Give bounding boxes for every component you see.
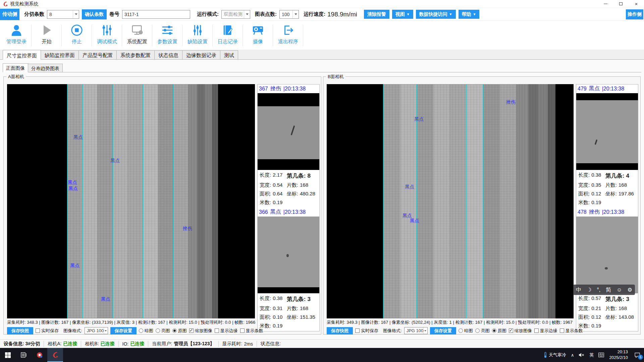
start-button[interactable] [0, 348, 16, 362]
system-config-button[interactable]: 系统配置 [122, 21, 152, 50]
tab-product-model-config[interactable]: 产品型号配置 [78, 50, 117, 59]
confirm-count-button[interactable]: 确认条数 [82, 9, 107, 19]
taskbar-clock[interactable]: 20:13 2025/2/10 [606, 349, 631, 361]
defect-thumbnail[interactable] [576, 93, 638, 170]
tab-test[interactable]: 测试 [220, 50, 238, 59]
camera-a-image[interactable]: 黑点黑点黑点黑点挫伤黑点黑点 [7, 84, 255, 318]
image-format-select[interactable]: JPG 100 [85, 327, 108, 334]
defect-header: 478 挫伤 |20:13:38 [576, 208, 638, 217]
camera-b-image[interactable]: 挫伤黑点黑点黑点黑点 [327, 84, 574, 318]
notification-center-button[interactable]: 6 [631, 352, 644, 358]
ime-chinese-mode[interactable]: 中 [576, 287, 581, 293]
defect-no: 367 [259, 86, 268, 92]
ime-emoji-icon[interactable]: ☺ [616, 287, 622, 293]
connection-status: 已连接 [63, 341, 77, 347]
maximize-button[interactable] [613, 0, 629, 8]
chevron-down-icon [244, 10, 250, 18]
checkbox-icon [509, 328, 513, 333]
realtime-save-checkbox[interactable]: 实时保存 [355, 328, 378, 334]
debug-mode-button[interactable]: 调试模式 [92, 21, 122, 50]
volume-muted-button[interactable] [576, 348, 587, 362]
save-snapshot-button[interactable]: 保存快照 [7, 327, 33, 335]
subtab-trend-chart[interactable]: 分布趋势图表 [28, 64, 63, 72]
original-image-radio[interactable]: 原图 [492, 328, 506, 334]
app-logo-icon [36, 352, 43, 358]
log-record-button[interactable]: 日志记录 [213, 21, 243, 50]
subtab-front-image[interactable]: 正面图像 [3, 63, 28, 72]
admin-login-button[interactable]: 管理登录 [1, 21, 32, 50]
task-view-button[interactable] [16, 348, 32, 362]
touch-keyboard-button[interactable] [596, 348, 606, 362]
dark-image-radio[interactable]: 暗图 [139, 328, 153, 334]
defect-thumbnail[interactable] [576, 217, 638, 293]
zoom-image-checkbox[interactable]: 缩放图像 [189, 328, 212, 334]
dark-image-radio[interactable]: 暗图 [459, 328, 473, 334]
keyboard-grid-icon [598, 353, 604, 357]
camera-b-status-line: 采集耗时: 349.3 | 图像计数: 167 | 像素坐标: (5202,24… [327, 319, 575, 326]
defect-settings-button[interactable]: 缺陷设置 [182, 21, 213, 50]
drive-side-button[interactable]: 传动侧 [0, 9, 19, 20]
show-edge-checkbox[interactable]: 显示边缘 [215, 328, 238, 334]
tab-size-monitor[interactable]: 尺寸监控界面 [3, 50, 41, 60]
params-settings-button[interactable]: 参数设置 [152, 21, 182, 50]
minimize-button[interactable] [598, 0, 613, 8]
defect-overlay-label: 黑点 [68, 180, 77, 186]
tab-edge-data-record[interactable]: 边缘数据记录 [182, 50, 220, 59]
bright-image-radio[interactable]: 亮图 [156, 328, 170, 334]
start-button[interactable]: 开始 [32, 21, 62, 50]
defect-header: 479 黑点 |20:13:38 [576, 84, 638, 93]
close-button[interactable]: × [629, 0, 644, 8]
checkbox-icon [355, 328, 360, 333]
image-format-select[interactable]: JPG 100 [404, 327, 428, 334]
thumb-black-band [258, 159, 319, 170]
original-image-radio[interactable]: 原图 [172, 328, 187, 334]
tab-system-params-config[interactable]: 系统参数配置 [116, 50, 155, 59]
input-language-indicator[interactable]: 英 [587, 348, 596, 362]
clear-alarm-button[interactable]: 清除报警 [364, 10, 389, 19]
slit-count-select[interactable]: 8 [47, 10, 79, 19]
capture-button[interactable]: 摄像 [243, 21, 273, 50]
radio-icon [156, 328, 160, 333]
help-menu-button[interactable]: 帮助▼ [459, 10, 480, 19]
show-count-checkbox[interactable]: 显示条数 [240, 328, 263, 334]
defect-thumbnail[interactable] [258, 217, 319, 293]
ime-punctuation-mode[interactable]: °, [597, 287, 600, 293]
show-count-checkbox[interactable]: 显示条数 [560, 328, 583, 334]
defect-stats: 长度:0.57 第几条:3 宽度:0.21 片数:168 面积:0.12 坐标:… [576, 293, 638, 331]
current-user: 当前用户: 管理员【123-123】 [148, 341, 218, 347]
bright-image-radio[interactable]: 亮图 [475, 328, 490, 334]
defect-time: |20:13:38 [602, 209, 624, 215]
defect-type: 挫伤 [589, 208, 600, 216]
zoom-image-checkbox[interactable]: 缩放图像 [509, 328, 532, 334]
run-mode-select[interactable]: 双面检测 [221, 10, 250, 19]
taskbar-app-icon-1[interactable] [32, 348, 47, 362]
defect-overlay-label: 黑点 [68, 186, 78, 192]
data-quick-access-menu-button[interactable]: 数据快捷访问▼ [416, 10, 456, 19]
chart-points-select[interactable]: 100 [279, 10, 299, 19]
exit-program-button[interactable]: 退出程序 [273, 21, 303, 50]
save-settings-button[interactable]: 保存设置 [430, 327, 456, 335]
hidden-icons-chevron[interactable]: ∧ [569, 348, 577, 362]
tab-defect-monitor[interactable]: 缺陷监控界面 [41, 50, 79, 59]
operator-side-button[interactable]: 操作侧 [626, 9, 643, 19]
taskbar-app-vision-system[interactable] [47, 348, 63, 362]
defect-thumbnail[interactable] [258, 93, 319, 170]
weather-widget[interactable]: 天气寒冷 [541, 348, 569, 362]
save-snapshot-button[interactable]: 保存快照 [327, 327, 353, 335]
ime-toolbar: 中 ☽ °, 简 ☺ ⚙ [573, 285, 635, 295]
defect-time: |20:13:38 [283, 86, 306, 92]
show-edge-checkbox[interactable]: 显示边缘 [534, 328, 557, 334]
save-settings-button[interactable]: 保存设置 [110, 327, 137, 335]
run-mode-label: 运行模式: [197, 11, 219, 17]
thumb-black-band [576, 93, 638, 100]
roll-number-input[interactable]: 3117-1 [122, 10, 190, 19]
realtime-save-checkbox[interactable]: 实时保存 [36, 328, 59, 334]
tab-status-info[interactable]: 状态信息 [154, 50, 182, 59]
chevron-down-icon [104, 327, 107, 334]
ime-settings-gear-icon[interactable]: ⚙ [628, 287, 632, 293]
ime-simplified-mode[interactable]: 简 [606, 287, 611, 293]
view-menu-button[interactable]: 视图▼ [392, 10, 413, 19]
ime-moon-icon[interactable]: ☽ [587, 287, 591, 293]
stop-button[interactable]: 停止 [62, 21, 92, 50]
icon-toolbar: 管理登录 开始 停止 调试模式 系统配置 [0, 21, 644, 50]
